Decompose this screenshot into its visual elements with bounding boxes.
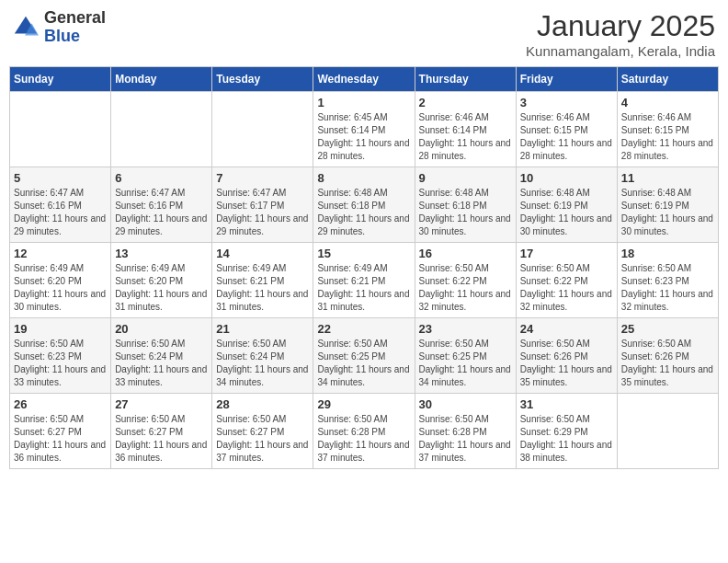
day-number: 25 (621, 322, 714, 336)
calendar-cell: 3Sunrise: 6:46 AMSunset: 6:15 PMDaylight… (516, 92, 617, 167)
daylight-text: Daylight: 11 hours and 31 minutes. (317, 289, 409, 312)
day-info: Sunrise: 6:49 AMSunset: 6:20 PMDaylight:… (14, 262, 107, 314)
daylight-text: Daylight: 11 hours and 37 minutes. (317, 440, 409, 463)
day-info: Sunrise: 6:45 AMSunset: 6:14 PMDaylight:… (317, 111, 410, 163)
sunset-text: Sunset: 6:18 PM (317, 201, 385, 211)
calendar-cell: 26Sunrise: 6:50 AMSunset: 6:27 PMDayligh… (10, 394, 111, 469)
daylight-text: Daylight: 11 hours and 31 minutes. (216, 289, 308, 312)
sunrise-text: Sunrise: 6:48 AM (317, 188, 387, 198)
calendar-week-row: 19Sunrise: 6:50 AMSunset: 6:23 PMDayligh… (10, 318, 719, 394)
sunrise-text: Sunrise: 6:50 AM (419, 263, 489, 273)
day-info: Sunrise: 6:46 AMSunset: 6:14 PMDaylight:… (419, 111, 512, 163)
sunrise-text: Sunrise: 6:46 AM (419, 112, 489, 122)
day-number: 11 (621, 171, 714, 185)
sunset-text: Sunset: 6:26 PM (520, 351, 588, 362)
daylight-text: Daylight: 11 hours and 28 minutes. (520, 138, 612, 161)
day-number: 19 (14, 322, 107, 336)
daylight-text: Daylight: 11 hours and 36 minutes. (115, 440, 207, 463)
daylight-text: Daylight: 11 hours and 28 minutes. (419, 138, 511, 161)
daylight-text: Daylight: 11 hours and 31 minutes. (115, 289, 207, 312)
location-title: Kunnamangalam, Kerala, India (526, 43, 715, 59)
sunset-text: Sunset: 6:19 PM (520, 201, 588, 211)
daylight-text: Daylight: 11 hours and 36 minutes. (14, 440, 106, 463)
day-info: Sunrise: 6:50 AMSunset: 6:29 PMDaylight:… (520, 413, 613, 465)
calendar-cell (212, 92, 313, 167)
sunset-text: Sunset: 6:18 PM (419, 201, 487, 211)
calendar-cell (111, 92, 212, 167)
daylight-text: Daylight: 11 hours and 34 minutes. (216, 364, 308, 387)
day-info: Sunrise: 6:50 AMSunset: 6:22 PMDaylight:… (520, 262, 613, 314)
calendar-week-row: 1Sunrise: 6:45 AMSunset: 6:14 PMDaylight… (10, 92, 719, 167)
day-number: 15 (317, 247, 410, 260)
logo-text: General Blue (44, 9, 106, 46)
sunset-text: Sunset: 6:24 PM (115, 351, 183, 362)
weekday-header: Friday (516, 67, 617, 92)
sunset-text: Sunset: 6:19 PM (621, 201, 689, 211)
day-info: Sunrise: 6:47 AMSunset: 6:16 PMDaylight:… (14, 187, 107, 238)
weekday-header: Thursday (415, 67, 516, 92)
daylight-text: Daylight: 11 hours and 37 minutes. (419, 440, 511, 463)
daylight-text: Daylight: 11 hours and 30 minutes. (14, 289, 106, 312)
day-number: 28 (216, 397, 309, 411)
day-info: Sunrise: 6:49 AMSunset: 6:21 PMDaylight:… (216, 262, 309, 314)
day-info: Sunrise: 6:49 AMSunset: 6:21 PMDaylight:… (317, 262, 410, 314)
sunset-text: Sunset: 6:26 PM (621, 351, 689, 362)
day-number: 5 (14, 171, 107, 185)
day-number: 18 (621, 247, 714, 260)
day-number: 8 (317, 171, 410, 185)
sunrise-text: Sunrise: 6:50 AM (14, 339, 84, 349)
calendar-cell: 27Sunrise: 6:50 AMSunset: 6:27 PMDayligh… (111, 394, 212, 469)
sunrise-text: Sunrise: 6:50 AM (14, 414, 84, 424)
daylight-text: Daylight: 11 hours and 38 minutes. (520, 440, 612, 463)
day-number: 14 (216, 247, 309, 260)
daylight-text: Daylight: 11 hours and 33 minutes. (14, 364, 106, 387)
day-info: Sunrise: 6:48 AMSunset: 6:19 PMDaylight:… (621, 187, 714, 238)
day-info: Sunrise: 6:47 AMSunset: 6:16 PMDaylight:… (115, 187, 208, 238)
day-info: Sunrise: 6:48 AMSunset: 6:19 PMDaylight:… (520, 187, 613, 238)
daylight-text: Daylight: 11 hours and 29 minutes. (115, 213, 207, 236)
calendar-cell (10, 92, 111, 167)
page-header: General Blue January 2025 Kunnamangalam,… (9, 9, 719, 59)
day-info: Sunrise: 6:49 AMSunset: 6:20 PMDaylight:… (115, 262, 208, 314)
day-info: Sunrise: 6:48 AMSunset: 6:18 PMDaylight:… (317, 187, 410, 238)
day-number: 2 (419, 96, 512, 109)
title-section: January 2025 Kunnamangalam, Kerala, Indi… (526, 9, 715, 59)
day-number: 30 (419, 397, 512, 411)
sunrise-text: Sunrise: 6:46 AM (621, 112, 691, 122)
day-info: Sunrise: 6:50 AMSunset: 6:24 PMDaylight:… (115, 338, 208, 389)
sunset-text: Sunset: 6:28 PM (419, 427, 487, 437)
day-info: Sunrise: 6:47 AMSunset: 6:17 PMDaylight:… (216, 187, 309, 238)
sunset-text: Sunset: 6:21 PM (216, 276, 284, 286)
calendar-cell: 19Sunrise: 6:50 AMSunset: 6:23 PMDayligh… (10, 318, 111, 394)
daylight-text: Daylight: 11 hours and 29 minutes. (317, 213, 409, 236)
sunset-text: Sunset: 6:20 PM (14, 276, 82, 286)
day-number: 3 (520, 96, 613, 109)
logo-general: General (44, 9, 106, 28)
sunrise-text: Sunrise: 6:50 AM (115, 414, 185, 424)
calendar-cell: 28Sunrise: 6:50 AMSunset: 6:27 PMDayligh… (212, 394, 313, 469)
calendar-cell: 30Sunrise: 6:50 AMSunset: 6:28 PMDayligh… (415, 394, 516, 469)
sunset-text: Sunset: 6:17 PM (216, 201, 284, 211)
sunrise-text: Sunrise: 6:49 AM (14, 263, 84, 273)
calendar-cell: 9Sunrise: 6:48 AMSunset: 6:18 PMDaylight… (415, 167, 516, 243)
calendar-cell: 7Sunrise: 6:47 AMSunset: 6:17 PMDaylight… (212, 167, 313, 243)
calendar-cell: 8Sunrise: 6:48 AMSunset: 6:18 PMDaylight… (313, 167, 415, 243)
sunset-text: Sunset: 6:14 PM (317, 125, 385, 135)
weekday-header: Monday (111, 67, 212, 92)
sunset-text: Sunset: 6:15 PM (621, 125, 689, 135)
sunrise-text: Sunrise: 6:50 AM (216, 414, 286, 424)
sunrise-text: Sunrise: 6:45 AM (317, 112, 387, 122)
day-info: Sunrise: 6:50 AMSunset: 6:23 PMDaylight:… (14, 338, 107, 389)
sunrise-text: Sunrise: 6:50 AM (115, 339, 185, 349)
sunset-text: Sunset: 6:27 PM (216, 427, 284, 437)
calendar-cell: 13Sunrise: 6:49 AMSunset: 6:20 PMDayligh… (111, 243, 212, 318)
calendar-cell: 10Sunrise: 6:48 AMSunset: 6:19 PMDayligh… (516, 167, 617, 243)
day-info: Sunrise: 6:50 AMSunset: 6:26 PMDaylight:… (621, 338, 714, 389)
sunrise-text: Sunrise: 6:49 AM (216, 263, 286, 273)
sunrise-text: Sunrise: 6:48 AM (520, 188, 590, 198)
calendar-cell: 22Sunrise: 6:50 AMSunset: 6:25 PMDayligh… (313, 318, 415, 394)
sunset-text: Sunset: 6:25 PM (317, 351, 385, 362)
sunrise-text: Sunrise: 6:50 AM (520, 339, 590, 349)
daylight-text: Daylight: 11 hours and 30 minutes. (419, 213, 511, 236)
daylight-text: Daylight: 11 hours and 29 minutes. (14, 213, 106, 236)
